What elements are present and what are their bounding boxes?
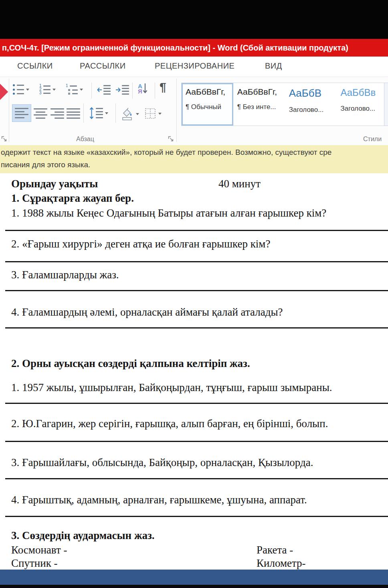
arrow-down-icon (142, 83, 148, 95)
chevron-down-icon[interactable] (80, 89, 83, 91)
bullets-icon (13, 84, 24, 95)
justify-button[interactable] (67, 108, 80, 119)
align-left-icon (15, 108, 28, 118)
dialog-launcher-icon[interactable] (1, 136, 7, 142)
answer-line (5, 516, 388, 517)
section3-title: 3. Сөздердің аудармасын жаз. (11, 529, 155, 542)
question-2-3: 3. Ғарышайлағы, облысында, Байқоңыр, орн… (11, 456, 313, 469)
pilcrow-icon: ¶ (160, 80, 166, 94)
align-right-button[interactable] (51, 108, 64, 119)
translation-word: Спутник - (11, 557, 58, 570)
decrease-indent-button[interactable] (97, 85, 111, 95)
translation-word: Ракета - (257, 544, 293, 556)
style-heading1[interactable]: АаБбВ Заголово... (285, 83, 337, 126)
question-2-1: 1. 1957 жылы, ұшырылған, Байқоңырдан, тұ… (11, 381, 332, 394)
warning-text-line2: писания для этого языка. (1, 160, 90, 169)
time-value: 40 минут (218, 178, 261, 190)
increase-indent-icon (115, 85, 121, 94)
tab-links[interactable]: ССЫЛКИ (17, 61, 53, 71)
question-2-2: 2. Ю.Гагарин, жер серігін, ғарышқа, алып… (11, 418, 328, 430)
proofing-language-warning: одержит текст на языке «казахский», кото… (0, 145, 388, 174)
shading-icon (120, 107, 134, 121)
numbering-icon: 1 2 3 (39, 84, 51, 95)
word-window: п,СОЧ-4т. [Режим ограниченной функционал… (0, 0, 388, 588)
decrease-indent-icon (97, 85, 102, 94)
style-normal[interactable]: АаБбВвГг, ¶ Обычный (182, 83, 233, 126)
multilevel-list-button[interactable]: 1 (66, 84, 83, 95)
style-no-spacing[interactable]: АаБбВвГг, ¶ Без инте... (233, 83, 285, 126)
styles-group-label: Стили (363, 136, 382, 143)
answer-line (5, 261, 388, 262)
dialog-launcher-icon[interactable] (168, 136, 174, 142)
chevron-down-icon[interactable] (53, 89, 56, 91)
align-left-button[interactable] (12, 104, 31, 122)
style-heading2[interactable]: АаБбВв Заголово... (336, 83, 384, 126)
borders-icon (144, 107, 156, 120)
section2-title: 2. Орны ауысқан сөздерді қалпына келтірі… (11, 357, 250, 370)
document-page[interactable]: Орындау уақыты 40 минут 1. Сұрақтарға жа… (0, 173, 388, 570)
tab-mailings[interactable]: РАССЫЛКИ (80, 61, 126, 71)
align-right-icon (51, 108, 64, 119)
status-bar (0, 570, 388, 585)
time-label: Орындау уақыты (11, 178, 98, 190)
answer-line (5, 478, 388, 479)
button-separator (155, 83, 155, 99)
styles-gallery-scrollbar[interactable] (384, 83, 388, 126)
show-paragraph-marks-button[interactable]: ¶ (160, 80, 166, 94)
multilevel-list-icon: 1 (66, 84, 78, 95)
align-center-icon (34, 108, 47, 119)
styles-gallery: АаБбВвГг, ¶ Обычный АаБбВвГг, ¶ Без инте… (181, 83, 385, 126)
question-2-4: 4. Ғарыштық, адамның, арналған, ғарышкем… (11, 494, 307, 506)
window-title: п,СОЧ-4т. [Режим ограниченной функционал… (0, 43, 348, 53)
tab-view[interactable]: ВИД (265, 61, 282, 71)
align-center-button[interactable] (34, 108, 47, 119)
chevron-down-icon[interactable] (105, 112, 108, 114)
ribbon-tab-bar: ССЫЛКИ РАССЫЛКИ РЕЦЕНЗИРОВАНИЕ ВИД (0, 57, 388, 77)
borders-button[interactable] (144, 107, 162, 120)
button-separator (91, 83, 92, 99)
question-1-1: 1. 1988 жылы Кеңес Одағының Батыры атағы… (11, 207, 326, 219)
answer-line (5, 290, 388, 291)
answer-line (5, 230, 388, 231)
title-bar: п,СОЧ-4т. [Режим ограниченной функционал… (0, 39, 388, 57)
question-1-3: 3. Ғаламшарларды жаз. (11, 269, 119, 281)
sort-button[interactable]: А Я (138, 83, 148, 95)
translation-word: Космонавт - (11, 544, 67, 556)
section1-title: 1. Сұрақтарға жауап бер. (11, 192, 134, 205)
button-separator (83, 103, 84, 123)
group-separator (9, 79, 9, 142)
chevron-down-icon[interactable] (136, 113, 139, 115)
chevron-down-icon[interactable] (158, 113, 162, 115)
answer-line (5, 441, 388, 442)
bullets-button[interactable] (13, 84, 29, 95)
warning-text-line1: одержит текст на языке «казахский», кото… (1, 148, 331, 157)
button-separator (115, 103, 116, 123)
answer-line (5, 327, 388, 328)
translation-word: Километр- (257, 557, 306, 570)
group-separator (176, 79, 177, 142)
ribbon: 1 2 3 1 (0, 77, 388, 146)
tab-review[interactable]: РЕЦЕНЗИРОВАНИЕ (155, 61, 234, 71)
top-black-band (0, 0, 388, 39)
answer-line (5, 403, 388, 404)
question-1-4: 4. Ғаламшардың әлемі, орналасқан аймағы … (11, 306, 283, 318)
clipped-red-icon (0, 83, 8, 100)
justify-icon (67, 108, 80, 119)
shading-button[interactable] (120, 107, 139, 121)
button-separator (132, 83, 133, 99)
bottom-black-band (0, 585, 388, 588)
chevron-down-icon[interactable] (26, 89, 29, 91)
paragraph-group-label: Абзац (76, 136, 94, 143)
line-spacing-icon (89, 107, 94, 120)
line-spacing-button[interactable] (89, 107, 108, 120)
question-1-2: 2. «Ғарыш хирургі» деген атқа ие болған … (11, 238, 270, 250)
sort-icon: А Я (138, 83, 142, 94)
increase-indent-button[interactable] (115, 85, 129, 95)
numbering-button[interactable]: 1 2 3 (39, 84, 56, 95)
